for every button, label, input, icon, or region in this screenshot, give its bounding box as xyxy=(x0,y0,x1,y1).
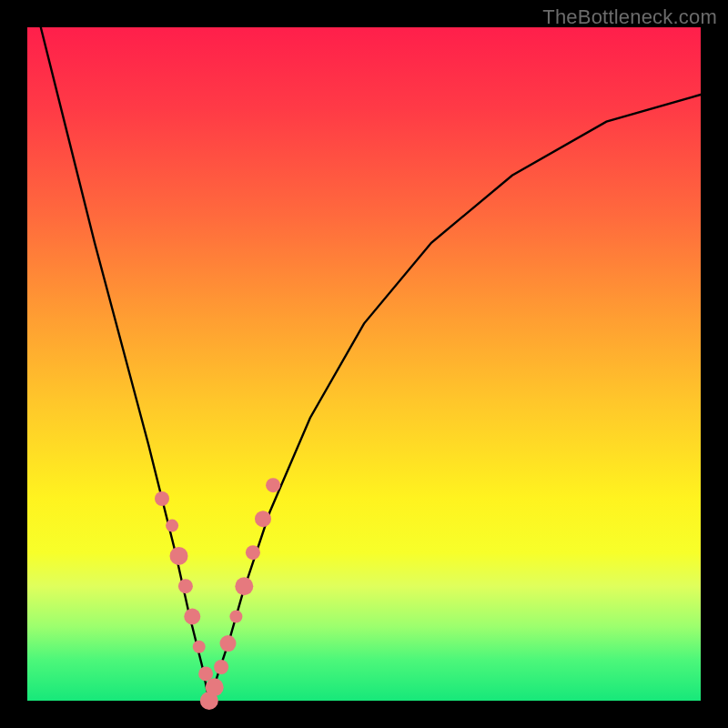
outer-frame: TheBottleneck.com xyxy=(0,0,728,728)
marker-point xyxy=(229,611,242,623)
marker-point xyxy=(170,547,188,565)
marker-point xyxy=(220,635,237,652)
marker-point xyxy=(184,609,200,625)
marker-point xyxy=(166,520,178,532)
marker-point xyxy=(255,511,271,527)
chart-svg xyxy=(27,27,701,701)
marker-point xyxy=(266,478,280,492)
bottleneck-curve xyxy=(41,27,701,701)
marker-point xyxy=(198,666,213,681)
plot-area xyxy=(27,27,701,701)
marker-point xyxy=(193,641,206,653)
marker-point xyxy=(214,660,228,674)
marker-point xyxy=(206,678,224,696)
marker-point xyxy=(178,579,193,593)
marker-point xyxy=(155,491,169,506)
attribution-text: TheBottleneck.com xyxy=(542,5,717,29)
marker-point xyxy=(235,577,253,595)
marker-point xyxy=(246,545,260,560)
